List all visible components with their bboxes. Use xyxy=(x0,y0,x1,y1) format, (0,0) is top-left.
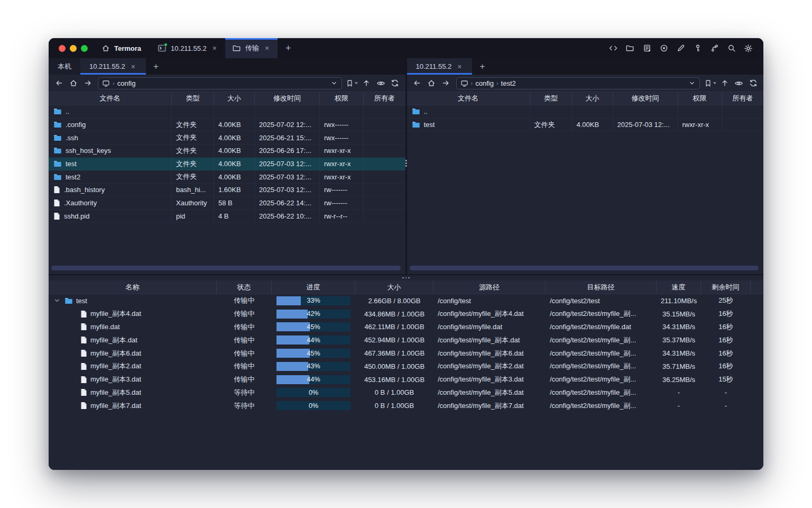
column-header-3[interactable]: 修改时间 xyxy=(613,92,678,105)
transfer-row[interactable]: myfile_副本3.dat传输中44%453.16MB / 1.00GB/co… xyxy=(49,373,763,386)
search-icon[interactable] xyxy=(724,41,739,56)
show-hidden-files-icon[interactable] xyxy=(732,77,745,89)
path-breadcrumb[interactable]: ›config›test2 xyxy=(456,77,700,89)
home-icon[interactable] xyxy=(67,77,80,89)
branch-icon[interactable] xyxy=(707,41,722,56)
file-row[interactable]: test文件夹4.00KB2025-07-03 12:...rwxr-xr-x xyxy=(49,158,405,171)
tab-local[interactable]: 本机 xyxy=(49,58,80,75)
record-icon[interactable] xyxy=(657,41,671,56)
forward-icon[interactable] xyxy=(81,77,94,89)
new-tab-button[interactable]: + xyxy=(278,38,299,58)
file-row[interactable]: test文件夹4.00KB2025-07-03 12:...rwxr-xr-x xyxy=(407,119,764,132)
cell: myfile_副本2.dat xyxy=(49,360,217,373)
code-icon[interactable] xyxy=(606,41,620,56)
new-panel-tab-button[interactable]: + xyxy=(146,58,166,75)
tab-remote-10-211-55-2[interactable]: 10.211.55.2 × xyxy=(407,58,473,75)
breadcrumb-segment[interactable]: config xyxy=(117,79,136,87)
breadcrumb-segment[interactable]: test2 xyxy=(501,79,516,87)
file-row[interactable]: .bash_historybash_hi...1.60KB2025-07-03 … xyxy=(49,184,405,197)
close-window-button[interactable] xyxy=(59,45,66,52)
transfer-row[interactable]: myfile_副本7.dat等待中0%0 B / 1.00GB/config/t… xyxy=(49,399,763,412)
column-header-5[interactable]: 所有者 xyxy=(722,92,764,105)
column-header-5[interactable]: 所有者 xyxy=(364,92,405,105)
column-header-0[interactable]: 名称 xyxy=(49,280,217,294)
notes-icon[interactable] xyxy=(640,41,654,56)
column-header-2[interactable]: 进度 xyxy=(272,280,355,294)
column-header-7[interactable]: 剩余时间 xyxy=(701,280,751,294)
transfer-row[interactable]: test传输中33%2.66GB / 8.00GB/config/test/co… xyxy=(49,294,763,307)
horizontal-splitter[interactable] xyxy=(49,274,763,280)
bookmark-icon[interactable] xyxy=(346,77,359,89)
refresh-icon[interactable] xyxy=(389,77,402,89)
column-header-1[interactable]: 类型 xyxy=(530,92,573,105)
tab-session-10-211-55-2[interactable]: 10.211.55.2 × xyxy=(151,38,225,58)
file-row[interactable]: .ssh文件夹4.00KB2025-06-21 15:...rwx------ xyxy=(49,131,405,144)
forward-icon[interactable] xyxy=(439,77,453,89)
file-icon xyxy=(80,376,87,384)
edit-icon[interactable] xyxy=(673,41,688,56)
progress-label: 44% xyxy=(276,375,350,384)
column-header-1[interactable]: 类型 xyxy=(172,92,214,105)
chevron-down-icon[interactable] xyxy=(330,79,338,87)
splitter-grip-icon[interactable] xyxy=(402,277,410,279)
column-header-2[interactable]: 大小 xyxy=(214,92,255,105)
folder-outline-icon[interactable] xyxy=(623,41,637,56)
file-row[interactable]: .XauthorityXauthority58 B2025-06-22 14:.… xyxy=(49,197,405,210)
file-row[interactable]: sshd.pidpid4 B2025-06-22 10:...rw-r--r-- xyxy=(49,210,405,223)
column-header-3[interactable]: 修改时间 xyxy=(255,92,320,105)
transfer-row[interactable]: myfile.dat传输中45%462.11MB / 1.00GB/config… xyxy=(49,321,763,334)
column-header-3[interactable]: 大小 xyxy=(355,280,433,294)
window-action-icons xyxy=(606,38,763,58)
column-header-0[interactable]: 文件名 xyxy=(407,92,530,105)
file-row[interactable]: .. xyxy=(407,105,764,119)
bookmark-icon[interactable] xyxy=(704,77,717,89)
transfer-row[interactable]: myfile_副本.dat传输中44%452.94MB / 1.00GB/con… xyxy=(49,333,763,347)
close-tab-icon[interactable]: × xyxy=(263,43,271,53)
expand-chevron-icon[interactable] xyxy=(53,297,61,304)
speed-label: 36.25MB/s xyxy=(657,373,701,386)
column-header-4[interactable]: 源路径 xyxy=(433,280,546,294)
scrollbar-thumb[interactable] xyxy=(410,266,759,270)
transfer-row[interactable]: myfile_副本2.dat传输中43%450.00MB / 1.00GB/co… xyxy=(49,360,763,373)
transfer-row[interactable]: myfile_副本4.dat传输中42%434.86MB / 1.00GB/co… xyxy=(49,307,763,321)
app-home-tab[interactable]: Termora xyxy=(96,38,151,58)
file-row[interactable]: ssh_host_keys文件夹4.00KB2025-06-26 17:...r… xyxy=(49,144,405,158)
chevron-down-icon[interactable] xyxy=(688,79,696,87)
path-breadcrumb[interactable]: ›config xyxy=(98,77,342,89)
tab-remote-10-211-55-2[interactable]: 10.211.55.2 × xyxy=(80,58,146,75)
back-icon[interactable] xyxy=(52,77,66,89)
transfer-row[interactable]: myfile_副本6.dat传输中45%467.36MB / 1.00GB/co… xyxy=(49,347,763,360)
file-row[interactable]: .config文件夹4.00KB2025-07-02 12:...rwx----… xyxy=(49,119,405,132)
cell: .bash_history xyxy=(49,184,172,197)
parent-directory-icon[interactable] xyxy=(360,77,373,89)
column-header-6[interactable]: 速度 xyxy=(657,280,701,294)
column-header-0[interactable]: 文件名 xyxy=(49,92,172,105)
show-hidden-files-icon[interactable] xyxy=(374,77,387,89)
file-icon xyxy=(80,336,87,344)
refresh-icon[interactable] xyxy=(746,77,760,89)
column-header-4[interactable]: 权限 xyxy=(320,92,364,105)
column-header-1[interactable]: 状态 xyxy=(217,280,272,294)
key-icon[interactable] xyxy=(690,41,705,56)
file-row[interactable]: .. xyxy=(49,105,405,119)
close-tab-icon[interactable]: × xyxy=(130,62,137,71)
breadcrumb-segment[interactable]: config xyxy=(475,79,494,87)
cell xyxy=(364,131,405,144)
close-tab-icon[interactable]: × xyxy=(211,43,218,53)
parent-directory-icon[interactable] xyxy=(718,77,731,89)
file-row[interactable]: test2文件夹4.00KB2025-07-03 12:...rwxr-xr-x xyxy=(49,170,405,184)
column-header-5[interactable]: 目标路径 xyxy=(546,280,657,294)
column-header-2[interactable]: 大小 xyxy=(573,92,613,105)
close-tab-icon[interactable]: × xyxy=(456,62,463,71)
tab-transfer[interactable]: 传输 × xyxy=(225,38,278,58)
scrollbar-thumb[interactable] xyxy=(51,266,401,270)
minimize-window-button[interactable] xyxy=(70,45,77,52)
cell: .. xyxy=(49,105,172,119)
home-icon[interactable] xyxy=(425,77,438,89)
column-header-4[interactable]: 权限 xyxy=(678,92,722,105)
zoom-window-button[interactable] xyxy=(81,45,88,52)
back-icon[interactable] xyxy=(411,77,424,89)
settings-icon[interactable] xyxy=(741,41,755,56)
transfer-row[interactable]: myfile_副本5.dat等待中0%0 B / 1.00GB/config/t… xyxy=(49,386,763,400)
new-panel-tab-button[interactable]: + xyxy=(472,58,492,75)
